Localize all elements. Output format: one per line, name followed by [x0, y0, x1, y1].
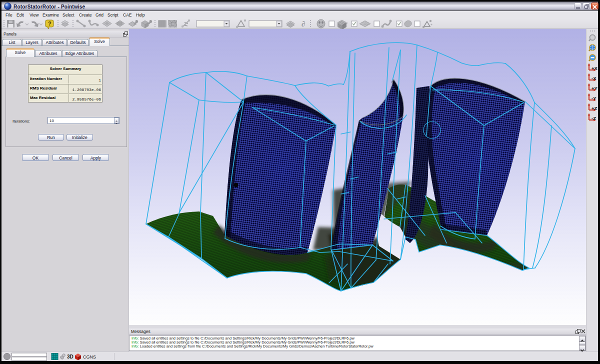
svg-text:∂: ∂: [302, 20, 305, 28]
svg-text:-Z: -Z: [592, 116, 596, 121]
svg-text:?: ?: [48, 20, 52, 26]
svg-text:-X: -X: [592, 76, 596, 81]
svg-text:+X: +X: [592, 66, 598, 71]
svg-text:-Y: -Y: [592, 96, 596, 101]
svg-text:+Z: +Z: [592, 106, 598, 111]
svg-text:CGNS: CGNS: [83, 354, 96, 360]
svg-text:3D: 3D: [67, 354, 74, 360]
svg-text:+Y: +Y: [592, 86, 598, 91]
